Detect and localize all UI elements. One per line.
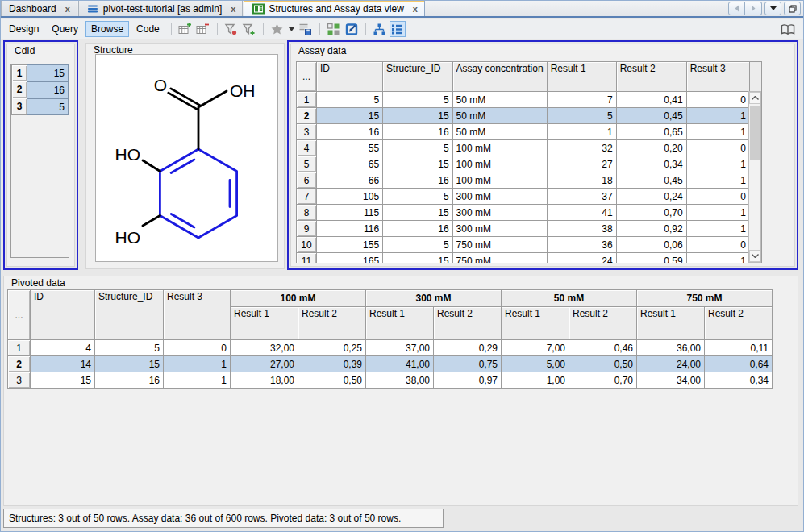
table-cell[interactable]: 14 xyxy=(31,356,95,372)
table-cell[interactable]: 15 xyxy=(27,64,69,81)
vertical-scrollbar[interactable] xyxy=(748,91,761,263)
table-cell[interactable]: 155 xyxy=(317,237,383,253)
table-cell[interactable]: 100 mM xyxy=(452,140,547,156)
remove-row-icon[interactable] xyxy=(195,21,211,37)
table-cell[interactable]: 1 xyxy=(686,253,749,264)
column-settings-button[interactable]: ... xyxy=(297,62,317,92)
structure-canvas[interactable]: O OH HO HO xyxy=(95,54,278,262)
table-cell[interactable]: 5 xyxy=(95,340,164,356)
table-cell[interactable]: 5 xyxy=(383,92,452,108)
table-cell[interactable]: 1 xyxy=(547,124,616,140)
table-cell[interactable]: 0,75 xyxy=(434,356,502,372)
table-cell[interactable]: 0,34 xyxy=(616,156,686,172)
row-header-cell[interactable]: 6 xyxy=(297,172,317,189)
row-header-cell[interactable]: 10 xyxy=(297,237,317,253)
row-header-cell[interactable]: 5 xyxy=(297,156,317,172)
row-header-cell[interactable]: 4 xyxy=(297,140,317,156)
table-row[interactable]: 911616300 mM380,921 xyxy=(297,221,762,237)
column-header[interactable]: Result 1 xyxy=(547,62,616,92)
add-filter-icon[interactable] xyxy=(241,21,257,37)
table-cell[interactable]: 16 xyxy=(383,124,452,140)
widgets-icon[interactable] xyxy=(326,21,342,37)
table-row[interactable]: 21415127,000,3941,000,755,000,5024,000,6… xyxy=(8,356,773,372)
table-cell[interactable]: 38 xyxy=(547,221,616,237)
table-cell[interactable]: 5 xyxy=(317,92,383,108)
table-cell[interactable]: 41 xyxy=(547,205,616,221)
table-cell[interactable]: 38,00 xyxy=(366,372,434,389)
table-cell[interactable]: 0,97 xyxy=(434,372,502,389)
table-row[interactable]: 145032,000,2537,000,297,000,4636,000,11 xyxy=(8,340,773,356)
scroll-up-icon[interactable] xyxy=(749,92,760,104)
table-cell[interactable]: 15 xyxy=(383,108,452,124)
table-cell[interactable]: 0 xyxy=(686,140,749,156)
table-cell[interactable]: 0,64 xyxy=(705,356,773,372)
column-header[interactable]: ID xyxy=(317,62,383,92)
table-cell[interactable]: 1 xyxy=(686,205,749,221)
table-cell[interactable]: 0,34 xyxy=(705,372,773,389)
table-cell[interactable]: 115 xyxy=(317,205,383,221)
table-cell[interactable]: 0,92 xyxy=(616,221,686,237)
row-header-cell[interactable]: 3 xyxy=(8,372,31,389)
table-row[interactable]: 3161650 mM10,651 xyxy=(297,124,762,140)
table-cell[interactable]: 0,11 xyxy=(705,340,773,356)
code-mode-button[interactable]: Code xyxy=(131,21,165,37)
table-cell[interactable]: 15 xyxy=(317,108,383,124)
close-icon[interactable]: x xyxy=(65,5,70,13)
table-cell[interactable]: 0,50 xyxy=(569,356,637,372)
table-row[interactable]: 216 xyxy=(11,81,69,98)
table-cell[interactable]: 750 mM xyxy=(452,253,547,264)
column-header[interactable]: Result 2 xyxy=(705,307,773,340)
column-settings-button[interactable]: ... xyxy=(8,290,31,340)
table-cell[interactable]: 5,00 xyxy=(502,356,569,372)
column-header[interactable]: Result 2 xyxy=(569,307,637,340)
table-cell[interactable]: 37 xyxy=(547,189,616,205)
table-cell[interactable]: 34,00 xyxy=(637,372,705,389)
design-mode-button[interactable]: Design xyxy=(3,21,44,37)
row-header-cell[interactable]: 11 xyxy=(297,253,317,264)
table-row[interactable]: 35 xyxy=(11,98,69,115)
pivot-group-header[interactable]: 100 mM xyxy=(231,290,366,307)
table-cell[interactable]: 66 xyxy=(317,172,383,189)
table-row[interactable]: 1116515750 mM240,591 xyxy=(297,253,762,264)
table-cell[interactable]: 16 xyxy=(383,172,452,189)
table-cell[interactable]: 165 xyxy=(317,253,383,264)
row-header-cell[interactable]: 1 xyxy=(11,64,27,81)
table-row[interactable]: 2151550 mM50,451 xyxy=(297,108,762,124)
close-icon[interactable]: x xyxy=(413,5,418,13)
table-cell[interactable]: 15 xyxy=(95,356,164,372)
table-cell[interactable]: 1,00 xyxy=(502,372,569,389)
relationships-icon[interactable] xyxy=(372,21,388,37)
table-cell[interactable]: 0,70 xyxy=(569,372,637,389)
row-header-cell[interactable]: 1 xyxy=(297,92,317,108)
table-cell[interactable]: 300 mM xyxy=(452,205,547,221)
table-row[interactable]: 115 xyxy=(11,64,69,81)
table-cell[interactable]: 55 xyxy=(317,140,383,156)
table-cell[interactable]: 0 xyxy=(686,92,749,108)
table-cell[interactable]: 50 mM xyxy=(452,92,547,108)
table-cell[interactable]: 0 xyxy=(164,340,231,356)
favorites-star-icon[interactable] xyxy=(269,21,285,37)
pivot-group-header[interactable]: 300 mM xyxy=(366,290,502,307)
table-cell[interactable]: 16 xyxy=(27,81,69,98)
add-row-icon[interactable] xyxy=(177,21,194,37)
browse-mode-button[interactable]: Browse xyxy=(85,21,129,37)
table-row[interactable]: 101555750 mM360,060 xyxy=(297,237,762,253)
row-header-cell[interactable]: 9 xyxy=(297,221,317,237)
table-cell[interactable]: 7,00 xyxy=(502,340,569,356)
caret-down-icon[interactable] xyxy=(287,21,296,37)
table-cell[interactable]: 0,39 xyxy=(298,356,366,372)
column-header[interactable]: Result 2 xyxy=(616,62,686,92)
column-header[interactable]: Structure_ID xyxy=(383,62,452,92)
row-header-cell[interactable]: 8 xyxy=(297,205,317,221)
row-header-cell[interactable]: 7 xyxy=(297,189,317,205)
table-cell[interactable]: 1 xyxy=(686,221,749,237)
table-cell[interactable]: 0,70 xyxy=(616,205,686,221)
row-header-cell[interactable]: 2 xyxy=(8,356,31,372)
table-cell[interactable]: 100 mM xyxy=(452,156,547,172)
maximize-window-button[interactable] xyxy=(784,2,801,15)
table-cell[interactable]: 1 xyxy=(164,356,231,372)
scroll-tabs-right-button[interactable] xyxy=(745,2,762,15)
table-cell[interactable]: 15 xyxy=(383,253,452,264)
column-header[interactable]: Result 1 xyxy=(637,307,705,340)
export-icon[interactable] xyxy=(344,21,360,37)
